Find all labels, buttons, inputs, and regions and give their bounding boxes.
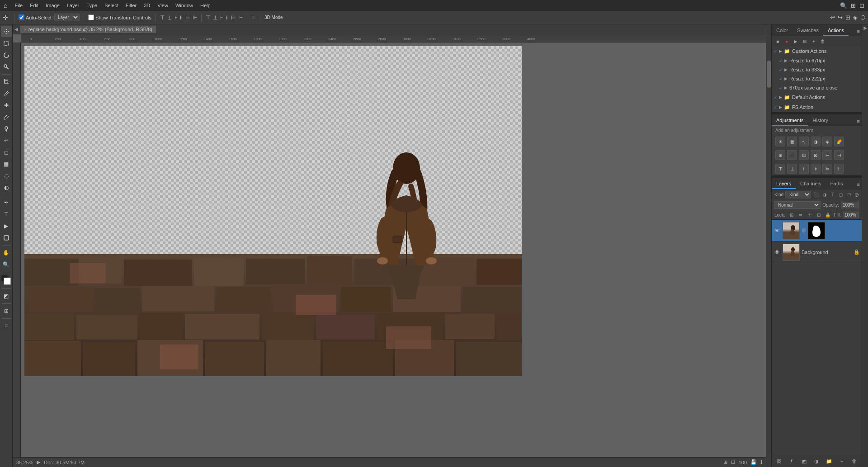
- colorbalance-adj-btn[interactable]: ⊞: [775, 150, 785, 160]
- quick-mask-btn[interactable]: ◩: [1, 291, 12, 302]
- posterize-adj-btn[interactable]: ⊤: [775, 164, 785, 174]
- layers-kind-select[interactable]: Kind Name Effect: [785, 191, 811, 198]
- vibrance-adj-btn[interactable]: ◈: [822, 137, 832, 146]
- tab-color[interactable]: Color: [772, 26, 793, 36]
- play-action-btn[interactable]: ▶: [792, 37, 800, 45]
- bw-adj-btn[interactable]: ⬛: [787, 150, 797, 160]
- doc-tab-close-x[interactable]: ×: [24, 27, 27, 32]
- menu-help[interactable]: Help: [200, 3, 211, 8]
- lock-all-btn[interactable]: 🔒: [824, 211, 831, 218]
- tab-paths[interactable]: Paths: [826, 179, 848, 189]
- layer-0-eye[interactable]: 👁: [774, 227, 781, 234]
- search-icon[interactable]: 🔍: [840, 2, 847, 9]
- blend-mode-select[interactable]: Normal Multiply Screen Overlay: [774, 201, 821, 209]
- transform-checkbox[interactable]: [88, 14, 94, 20]
- new-layer-btn[interactable]: +: [837, 457, 846, 466]
- record-action-btn[interactable]: ●: [783, 37, 791, 45]
- add-style-btn[interactable]: ƒ: [787, 457, 796, 466]
- align-bottom-btn[interactable]: ⊦: [175, 14, 177, 21]
- new-action-set-btn[interactable]: ⊞: [801, 37, 809, 45]
- filter-toggle-btn[interactable]: ⊘: [854, 192, 859, 198]
- delete-layer-btn[interactable]: 🗑: [850, 457, 859, 466]
- panel-menu-icon[interactable]: ≡: [855, 27, 862, 36]
- align-top-btn[interactable]: ⊤: [160, 14, 165, 21]
- quick-select-tool[interactable]: [1, 61, 12, 72]
- filter-pixel-icon[interactable]: ⬛: [813, 191, 820, 198]
- gradientmap-adj-btn[interactable]: ⊦: [799, 164, 809, 174]
- tab-layers[interactable]: Layers: [772, 179, 796, 189]
- levels-adj-btn[interactable]: ▦: [787, 137, 797, 146]
- channelmixer-adj-btn[interactable]: ⊠: [811, 150, 821, 160]
- panel-collapse-right-btn[interactable]: ◀: [863, 26, 868, 31]
- gradient-tool[interactable]: ▦: [1, 159, 12, 170]
- shape-tool[interactable]: [1, 232, 12, 243]
- eraser-tool[interactable]: ◻: [1, 147, 12, 158]
- adj5-btn[interactable]: ⊨: [822, 164, 832, 174]
- filter-type-icon[interactable]: T: [829, 191, 836, 198]
- distribute-left-btn[interactable]: ⊧: [226, 14, 228, 21]
- screen-mode-btn[interactable]: ⊞: [1, 306, 12, 316]
- distribute-right-btn[interactable]: ⊩: [238, 14, 243, 21]
- type-tool[interactable]: T: [1, 209, 12, 220]
- action-group-default[interactable]: ✓ ▶ 📁 Default Actions: [772, 92, 862, 102]
- menu-view[interactable]: View: [157, 3, 168, 8]
- tab-adjustments[interactable]: Adjustments: [772, 116, 808, 126]
- panel-collapse-icon[interactable]: ◀: [14, 27, 18, 32]
- filter-adj-icon[interactable]: ◑: [821, 191, 828, 198]
- zoom-percent-icon[interactable]: 100: [739, 460, 747, 465]
- new-action-btn[interactable]: +: [810, 37, 818, 45]
- pen-tool[interactable]: ✒: [1, 197, 12, 208]
- menu-window[interactable]: Window: [175, 3, 193, 8]
- status-arrow[interactable]: ▶: [37, 459, 40, 465]
- menu-image[interactable]: Image: [46, 3, 60, 8]
- fill-input[interactable]: [843, 212, 859, 218]
- hand-tool[interactable]: ✋: [1, 247, 12, 258]
- delete-action-btn[interactable]: 🗑: [819, 37, 827, 45]
- canvas-content[interactable]: [21, 42, 766, 457]
- action-group-custom[interactable]: ✓ ▶ 📁 Custom Actions: [772, 46, 862, 56]
- add-mask-btn[interactable]: ◩: [800, 457, 809, 466]
- ps-home-icon[interactable]: ⌂: [4, 2, 7, 9]
- brush-tool[interactable]: [1, 112, 12, 123]
- layer-row-0[interactable]: 👁 ⛓: [772, 220, 862, 241]
- filter-shape-icon[interactable]: ◻: [837, 191, 844, 198]
- video-icon[interactable]: ⬡: [860, 14, 865, 21]
- zoom-tool[interactable]: 🔍: [1, 259, 12, 270]
- opacity-input[interactable]: [841, 202, 859, 208]
- menu-type[interactable]: Type: [86, 3, 97, 8]
- lock-position-btn[interactable]: ✛: [806, 211, 813, 218]
- extras-btn[interactable]: ≡: [1, 321, 12, 331]
- menu-file[interactable]: File: [14, 3, 23, 8]
- blur-tool[interactable]: ◌: [1, 170, 12, 181]
- brightness-adj-btn[interactable]: ☀: [775, 137, 785, 146]
- action-item-670save[interactable]: ✓ ▶ 670px save and close: [772, 83, 862, 92]
- stop-action-btn[interactable]: ■: [774, 37, 782, 45]
- workspace-icon[interactable]: ⊞: [851, 2, 856, 9]
- align-hcenter-btn[interactable]: ⊨: [185, 14, 190, 21]
- arrange-icon[interactable]: ⊡: [859, 2, 864, 9]
- align-vcenter-btn[interactable]: ⊥: [167, 14, 172, 21]
- lock-pixels-btn[interactable]: ✏: [797, 211, 804, 218]
- action-item-222[interactable]: ✓ ▶ Resize to 222px: [772, 74, 862, 83]
- canvas-vscroll[interactable]: [766, 24, 771, 467]
- canvas-area[interactable]: 0200400600800100012001400160018002000220…: [13, 34, 766, 457]
- filter-smart-icon[interactable]: ⊡: [845, 191, 853, 198]
- distribute-bottom-btn[interactable]: ⊦: [220, 14, 223, 21]
- dodge-tool[interactable]: ◐: [1, 182, 12, 193]
- path-selection-tool[interactable]: ▶: [1, 221, 12, 231]
- artboard-icon[interactable]: ⊞: [845, 14, 850, 21]
- doc-tab[interactable]: × replace background.psd @ 35.2% (Backgr…: [20, 25, 156, 33]
- autoselect-select[interactable]: Layer Group: [54, 14, 80, 21]
- lasso-tool[interactable]: [1, 50, 12, 61]
- eyedropper-tool[interactable]: [1, 88, 12, 99]
- layer-row-background[interactable]: 👁 Background 🔒: [772, 241, 862, 263]
- clone-tool[interactable]: [1, 123, 12, 134]
- save-icon[interactable]: 💾: [750, 459, 757, 465]
- distribute-vcenter-btn[interactable]: ⊥: [213, 14, 217, 21]
- healing-tool[interactable]: ✚: [1, 100, 12, 111]
- colorlookup-adj-btn[interactable]: ⊢: [822, 150, 832, 160]
- menu-edit[interactable]: Edit: [30, 3, 38, 8]
- autoselect-checkbox[interactable]: [19, 14, 24, 20]
- menu-filter[interactable]: Filter: [126, 3, 137, 8]
- tab-swatches[interactable]: Swatches: [793, 26, 823, 36]
